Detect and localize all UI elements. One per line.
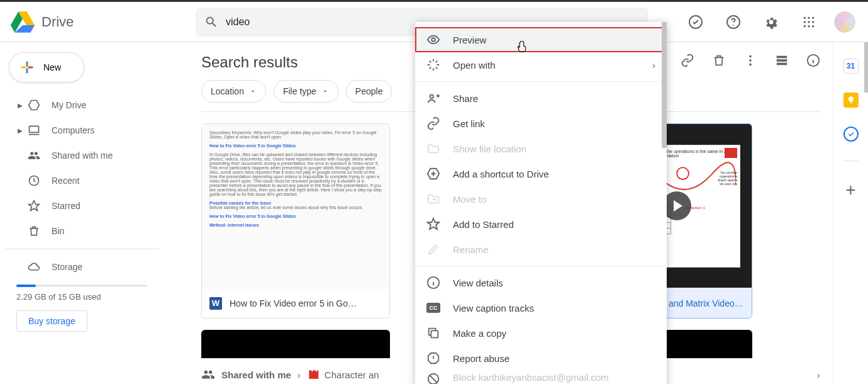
sidebar-item-recent[interactable]: Recent <box>5 168 159 193</box>
sidebar-item-computers[interactable]: ▶ Computers <box>5 118 159 143</box>
chip-location[interactable]: Location <box>201 80 266 103</box>
drive-icon <box>10 9 35 35</box>
plus-icon <box>18 59 36 76</box>
video-file-icon <box>307 368 320 381</box>
svg-point-15 <box>749 59 752 62</box>
svg-point-24 <box>430 95 434 99</box>
breadcrumb-root[interactable]: Shared with me <box>221 370 291 380</box>
get-addons-icon[interactable]: + <box>845 180 855 200</box>
svg-point-10 <box>808 25 810 27</box>
svg-point-2 <box>733 25 734 26</box>
svg-rect-17 <box>777 56 787 59</box>
settings-icon[interactable] <box>759 9 784 35</box>
svg-point-23 <box>431 38 435 42</box>
svg-point-4 <box>808 16 810 18</box>
tasks-addon-icon[interactable] <box>843 127 859 142</box>
details-toolbar-icon[interactable] <box>806 54 820 67</box>
product-name: Drive <box>42 14 74 30</box>
ready-offline-icon[interactable] <box>683 9 708 35</box>
menu-item-link[interactable]: Get link <box>415 111 667 136</box>
account-avatar[interactable] <box>834 11 855 33</box>
calendar-addon-icon[interactable]: 31 <box>843 59 859 74</box>
menu-item-open[interactable]: Open with› <box>415 52 667 77</box>
menu-item-report[interactable]: Report abuse <box>415 346 667 371</box>
svg-point-9 <box>804 25 806 27</box>
svg-point-11 <box>812 25 814 27</box>
menu-item-block[interactable]: Block karthikeyanbsacist@gmail.com <box>415 371 667 384</box>
svg-point-6 <box>804 21 806 23</box>
delete-toolbar-icon[interactable] <box>712 54 726 67</box>
sidebar-item-mydrive[interactable]: ▶ My Drive <box>5 93 159 118</box>
svg-rect-26 <box>431 330 438 337</box>
menu-item-folder: Show file location <box>415 136 667 161</box>
shared-icon <box>28 149 40 162</box>
svg-point-21 <box>677 167 689 179</box>
chip-filetype[interactable]: File type <box>274 80 338 103</box>
new-button-label: New <box>43 62 61 72</box>
search-icon <box>204 15 218 29</box>
sidebar-item-starred[interactable]: Starred <box>5 193 159 218</box>
sidebar-item-storage[interactable]: Storage <box>5 254 159 280</box>
new-button[interactable]: New <box>9 52 84 82</box>
star-icon <box>28 200 40 212</box>
doc-thumbnail: Secondary Keywords: Why won't Google sli… <box>202 124 389 288</box>
sidebar-item-bin[interactable]: Bin <box>5 218 159 244</box>
svg-point-5 <box>812 16 814 18</box>
recent-icon <box>28 174 40 187</box>
menu-item-copy[interactable]: Make a copy <box>415 320 667 346</box>
logo[interactable]: Drive <box>10 9 161 35</box>
card-title: How to Fix Video error 5 in Go… <box>230 298 357 308</box>
menu-item-move: Move to <box>415 186 667 212</box>
menu-item-cc[interactable]: CC View caption tracks <box>415 295 667 320</box>
chevron-down-icon <box>321 88 329 95</box>
menu-item-shortcut[interactable]: Add a shortcut to Drive <box>415 161 667 186</box>
result-card-partial[interactable] <box>201 330 390 358</box>
svg-rect-18 <box>777 59 787 62</box>
bin-icon <box>28 225 40 237</box>
svg-rect-12 <box>30 126 39 132</box>
search-input[interactable] <box>226 16 352 28</box>
menu-item-pencil: Rename <box>415 237 667 262</box>
word-file-icon: W <box>209 297 222 310</box>
menu-item-eye[interactable]: Preview <box>415 27 667 52</box>
context-menu: Preview Open with› Share Get link Show f… <box>415 22 667 384</box>
buy-storage-button[interactable]: Buy storage <box>16 310 87 332</box>
side-panel: 31 + <box>833 42 868 384</box>
chevron-down-icon <box>249 88 257 95</box>
apps-icon[interactable] <box>796 9 821 35</box>
storage-bar <box>16 285 147 287</box>
svg-point-14 <box>749 55 752 58</box>
sidebar-item-shared[interactable]: Shared with me <box>5 143 159 168</box>
menu-item-star[interactable]: Add to Starred <box>415 212 667 237</box>
menu-item-share[interactable]: Share <box>415 86 667 111</box>
storage-used-text: 2.29 GB of 15 GB used <box>16 292 147 302</box>
cloud-icon <box>28 261 40 273</box>
list-view-toolbar-icon[interactable] <box>775 54 789 67</box>
breadcrumb-next[interactable]: › <box>817 370 820 380</box>
svg-point-7 <box>808 21 810 23</box>
computers-icon <box>28 124 40 137</box>
more-toolbar-icon[interactable] <box>743 54 757 67</box>
breadcrumb-current[interactable]: Character an <box>325 370 379 380</box>
drive-nav-icon <box>28 99 40 111</box>
svg-point-3 <box>804 16 806 18</box>
result-card[interactable]: Secondary Keywords: Why won't Google sli… <box>201 123 390 319</box>
svg-point-8 <box>812 21 814 23</box>
svg-point-16 <box>749 64 752 66</box>
shared-icon <box>201 368 215 381</box>
help-icon[interactable] <box>721 9 746 35</box>
keep-addon-icon[interactable] <box>843 93 859 108</box>
get-link-toolbar-icon[interactable] <box>681 54 694 67</box>
sidebar: New ▶ My Drive ▶ Computers Shared with m… <box>0 42 164 384</box>
svg-rect-19 <box>777 63 787 65</box>
menu-item-info[interactable]: View details <box>415 270 667 295</box>
chip-people[interactable]: People <box>346 80 392 103</box>
